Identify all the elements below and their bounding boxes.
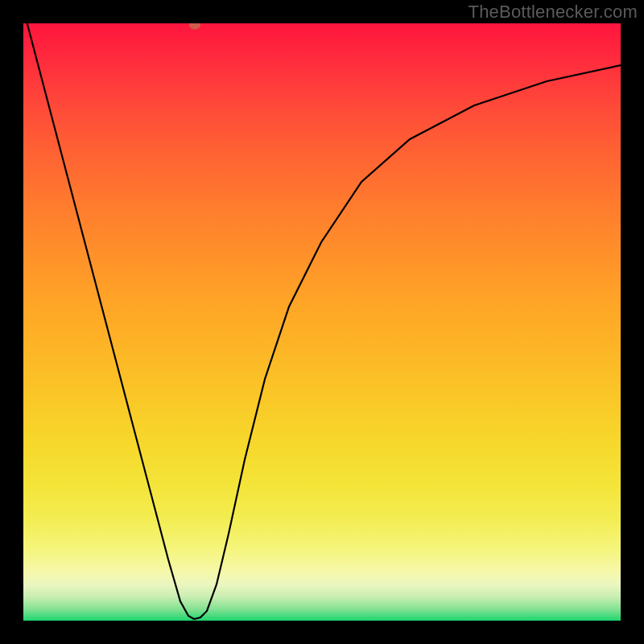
watermark-text: TheBottlenecker.com [469,2,638,23]
curve-svg [23,23,621,621]
plot-area [23,23,621,621]
chart-frame: TheBottlenecker.com [0,0,644,644]
bottleneck-curve [23,23,621,619]
